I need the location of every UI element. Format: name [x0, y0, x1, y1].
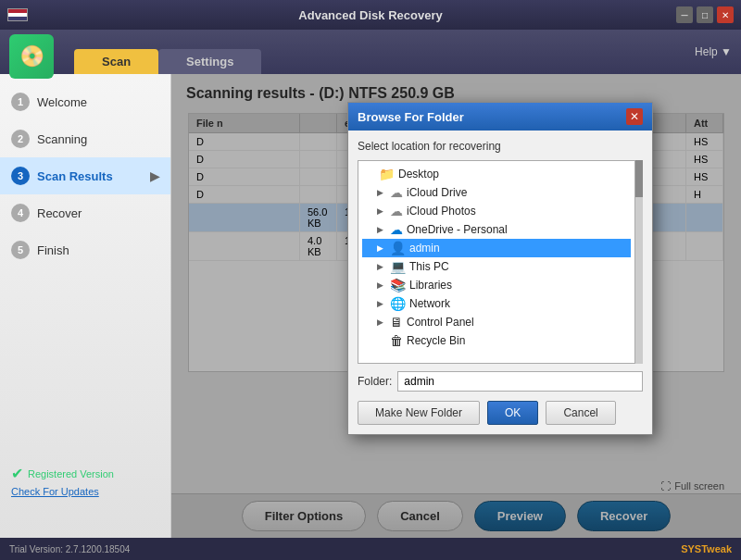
- tab-scan[interactable]: Scan: [74, 49, 158, 74]
- modal-close-button[interactable]: ✕: [626, 108, 643, 125]
- tree-item-desktop[interactable]: 📁 Desktop: [362, 165, 631, 183]
- modal-buttons: Make New Folder OK Cancel: [358, 401, 643, 425]
- user-icon: 👤: [390, 241, 406, 255]
- expand-icon: ▶: [377, 225, 386, 234]
- folder-label: Folder:: [358, 375, 392, 388]
- title-bar: Advanced Disk Recovery ─ □ ✕: [0, 0, 741, 30]
- step-4-num: 4: [11, 204, 30, 222]
- check-updates-button[interactable]: Check For Updates: [11, 486, 99, 497]
- folder-input[interactable]: [397, 371, 643, 392]
- sidebar-label-scanning: Scanning: [37, 132, 87, 146]
- onedrive-icon: ☁: [390, 222, 403, 237]
- tree-label-onedrive: OneDrive - Personal: [407, 223, 508, 236]
- maximize-button[interactable]: □: [697, 6, 713, 23]
- trial-version-label: Trial Version: 2.7.1200.18504: [9, 544, 130, 554]
- sidebar-label-scan-results: Scan Results: [37, 169, 113, 183]
- expand-icon: ▶: [377, 299, 386, 308]
- sidebar-item-finish[interactable]: 5 Finish: [0, 231, 170, 268]
- flag-icon: [7, 8, 28, 21]
- tree-item-libraries[interactable]: ▶ 📚 Libraries: [362, 276, 631, 294]
- folder-icon: 📁: [379, 167, 395, 181]
- modal-body: Select location for recovering 📁 Desktop: [348, 131, 652, 434]
- make-new-folder-button[interactable]: Make New Folder: [358, 401, 480, 425]
- modal-subtitle: Select location for recovering: [358, 140, 643, 153]
- expand-icon: ▶: [377, 188, 386, 197]
- sidebar-label-welcome: Welcome: [37, 95, 87, 109]
- tree-item-thispc[interactable]: ▶ 💻 This PC: [362, 257, 631, 276]
- registered-badge: ✔ Registered Version: [11, 465, 160, 482]
- tree-label-icloud-drive: iCloud Drive: [407, 186, 467, 199]
- libraries-icon: 📚: [390, 278, 406, 292]
- modal-cancel-button[interactable]: Cancel: [546, 401, 615, 425]
- sidebar-item-welcome[interactable]: 1 Welcome: [0, 83, 170, 120]
- sidebar-label-finish: Finish: [37, 243, 69, 257]
- tree-item-network[interactable]: ▶ 🌐 Network: [362, 294, 631, 313]
- app-window: Advanced Disk Recovery ─ □ ✕ 📀 Scan Sett…: [0, 0, 741, 560]
- step-5-num: 5: [11, 241, 30, 259]
- tree-label-thispc: This PC: [409, 260, 449, 273]
- cloud-photos-icon: ☁: [390, 204, 403, 218]
- expand-icon: ▶: [377, 243, 386, 253]
- network-icon: 🌐: [390, 296, 406, 311]
- sidebar: 1 Welcome 2 Scanning 3 Scan Results ▶ 4 …: [0, 74, 171, 538]
- tree-label-recycle-bin: Recycle Bin: [407, 334, 465, 347]
- tree-item-recycle-bin[interactable]: 🗑 Recycle Bin: [362, 331, 631, 350]
- window-title: Advanced Disk Recovery: [298, 8, 442, 22]
- tree-item-control-panel[interactable]: ▶ 🖥 Control Panel: [362, 313, 631, 331]
- step-1-num: 1: [11, 93, 30, 111]
- expand-icon: ▶: [377, 206, 386, 216]
- tree-label-admin: admin: [409, 242, 440, 255]
- toolbar: 📀 Scan Settings Help ▼: [0, 30, 741, 74]
- expand-icon: ▶: [377, 280, 386, 290]
- modal-ok-button[interactable]: OK: [487, 401, 538, 425]
- modal-title: Browse For Folder: [358, 110, 464, 124]
- sidebar-label-recover: Recover: [37, 206, 82, 220]
- check-icon: ✔: [11, 465, 23, 482]
- tree-label-network: Network: [409, 297, 450, 310]
- cloud-icon: ☁: [390, 185, 403, 200]
- middle-section: 1 Welcome 2 Scanning 3 Scan Results ▶ 4 …: [0, 74, 741, 538]
- sidebar-arrow-icon: ▶: [150, 169, 159, 183]
- control-panel-icon: 🖥: [390, 315, 403, 330]
- tree-label-desktop: Desktop: [398, 168, 439, 180]
- registered-label: Registered Version: [28, 468, 114, 479]
- step-2-num: 2: [11, 130, 30, 148]
- app-logo: 📀: [9, 34, 56, 81]
- tree-item-onedrive[interactable]: ▶ ☁ OneDrive - Personal: [362, 220, 631, 239]
- tree-label-libraries: Libraries: [409, 279, 452, 292]
- tree-label-control-panel: Control Panel: [407, 316, 474, 329]
- pc-icon: 💻: [390, 259, 406, 274]
- tree-label-icloud-photos: iCloud Photos: [407, 205, 476, 218]
- tree-item-admin[interactable]: ▶ 👤 admin: [362, 239, 631, 257]
- modal-overlay: Browse For Folder ✕ Select location for …: [171, 74, 741, 538]
- help-button[interactable]: Help ▼: [695, 45, 732, 58]
- recycle-bin-icon: 🗑: [390, 333, 403, 348]
- sidebar-item-scan-results[interactable]: 3 Scan Results ▶: [0, 157, 170, 194]
- sidebar-item-scanning[interactable]: 2 Scanning: [0, 120, 170, 157]
- tree-item-icloud-drive[interactable]: ▶ ☁ iCloud Drive: [362, 183, 631, 202]
- sidebar-item-recover[interactable]: 4 Recover: [0, 194, 170, 231]
- right-section: Scanning results - (D:) NTFS 250.9 GB Fi…: [171, 74, 741, 538]
- step-3-num: 3: [11, 167, 30, 185]
- tree-scrollbar[interactable]: [635, 160, 643, 364]
- modal-header: Browse For Folder ✕: [348, 103, 652, 131]
- tab-container: Scan Settings: [74, 30, 261, 74]
- folder-field: Folder:: [358, 371, 643, 392]
- tree-item-icloud-photos[interactable]: ▶ ☁ iCloud Photos: [362, 202, 631, 220]
- window-controls: ─ □ ✕: [676, 6, 734, 23]
- systweak-brand: SYSTweak: [681, 543, 732, 554]
- expand-icon: ▶: [377, 262, 386, 271]
- trial-bar: Trial Version: 2.7.1200.18504 SYSTweak: [0, 538, 741, 560]
- close-button[interactable]: ✕: [717, 6, 734, 23]
- tab-settings[interactable]: Settings: [158, 49, 261, 74]
- minimize-button[interactable]: ─: [676, 6, 693, 23]
- browse-folder-modal: Browse For Folder ✕ Select location for …: [347, 102, 653, 435]
- expand-icon: ▶: [377, 317, 386, 327]
- folder-tree: 📁 Desktop ▶ ☁ iCloud Drive: [358, 160, 635, 364]
